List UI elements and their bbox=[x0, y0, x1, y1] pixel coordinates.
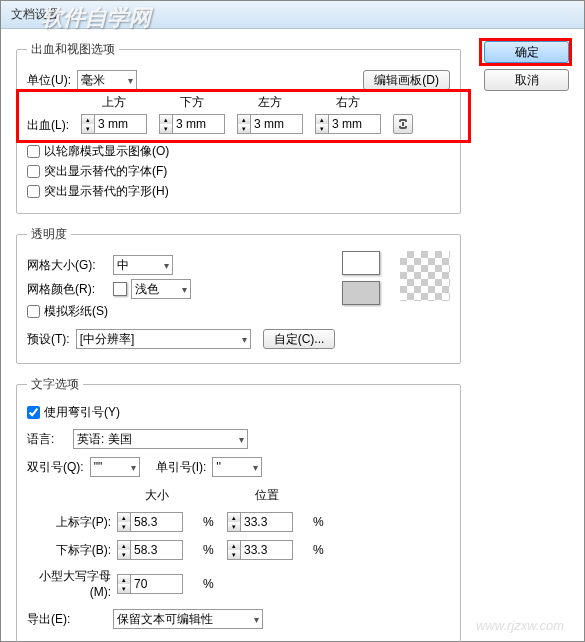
grid-color-combo[interactable]: 浅色 bbox=[131, 279, 191, 299]
preset-combo[interactable]: [中分辨率] bbox=[76, 329, 251, 349]
transparency-preview bbox=[400, 251, 450, 301]
smallcaps-label: 小型大写字母(M): bbox=[27, 568, 117, 599]
language-combo[interactable]: 英语: 美国 bbox=[73, 429, 248, 449]
outline-mode-label: 以轮廓模式显示图像(O) bbox=[44, 143, 169, 160]
position-header: 位置 bbox=[227, 487, 307, 504]
highlight-fonts-checkbox[interactable] bbox=[27, 165, 40, 178]
swatch-dark bbox=[342, 281, 380, 305]
dquote-label: 双引号(Q): bbox=[27, 459, 84, 476]
highlight-fonts-label: 突出显示替代的字体(F) bbox=[44, 163, 167, 180]
smallcaps-spinner[interactable]: ▴▾ bbox=[117, 574, 130, 594]
transparency-legend: 透明度 bbox=[27, 226, 71, 243]
grid-size-label: 网格大小(G): bbox=[27, 257, 107, 274]
squote-combo[interactable]: '' bbox=[212, 457, 262, 477]
squote-label: 单引号(I): bbox=[156, 459, 207, 476]
superscript-label: 上标字(P): bbox=[27, 514, 117, 531]
grid-color-swatch-icon bbox=[113, 282, 127, 296]
grid-color-label: 网格颜色(R): bbox=[27, 281, 107, 298]
smallcaps-input[interactable] bbox=[130, 574, 183, 594]
size-header: 大小 bbox=[117, 487, 197, 504]
swatch-light bbox=[342, 251, 380, 275]
superscript-size-input[interactable] bbox=[130, 512, 183, 532]
highlight-glyphs-checkbox[interactable] bbox=[27, 185, 40, 198]
export-label: 导出(E): bbox=[27, 611, 113, 628]
subscript-size-input[interactable] bbox=[130, 540, 183, 560]
outline-mode-checkbox[interactable] bbox=[27, 145, 40, 158]
superscript-pos-input[interactable] bbox=[240, 512, 293, 532]
language-label: 语言: bbox=[27, 431, 67, 448]
text-options-group: 文字选项 使用弯引号(Y) 语言: 英语: 美国 双引号(Q): "" 单引号(… bbox=[16, 376, 461, 642]
window-title: 文档设置 bbox=[11, 7, 59, 21]
simulate-paper-checkbox[interactable] bbox=[27, 305, 40, 318]
use-quotes-checkbox[interactable] bbox=[27, 406, 40, 419]
subscript-pos-input[interactable] bbox=[240, 540, 293, 560]
grid-size-combo[interactable]: 中 bbox=[113, 255, 173, 275]
bleed-legend: 出血和视图选项 bbox=[27, 41, 119, 58]
preset-label: 预设(T): bbox=[27, 331, 70, 348]
subscript-size-spinner[interactable]: ▴▾ bbox=[117, 540, 130, 560]
titlebar: 文档设置 软件自学网 bbox=[1, 1, 584, 29]
custom-preset-button[interactable]: 自定(C)... bbox=[263, 329, 336, 349]
highlight-glyphs-label: 突出显示替代的字形(H) bbox=[44, 183, 169, 200]
document-setup-dialog: 文档设置 软件自学网 确定 取消 出血和视图选项 单位(U): 毫米 编辑画板(… bbox=[0, 0, 585, 642]
edit-artboards-button[interactable]: 编辑画板(D) bbox=[363, 70, 450, 90]
use-quotes-label: 使用弯引号(Y) bbox=[44, 404, 120, 421]
simulate-paper-label: 模拟彩纸(S) bbox=[44, 303, 108, 320]
export-combo[interactable]: 保留文本可编辑性 bbox=[113, 609, 263, 629]
units-combo[interactable]: 毫米 bbox=[77, 70, 137, 90]
superscript-pos-spinner[interactable]: ▴▾ bbox=[227, 512, 240, 532]
subscript-label: 下标字(B): bbox=[27, 542, 117, 559]
units-label: 单位(U): bbox=[27, 72, 71, 89]
text-options-legend: 文字选项 bbox=[27, 376, 83, 393]
highlight-bleed bbox=[16, 89, 471, 143]
superscript-size-spinner[interactable]: ▴▾ bbox=[117, 512, 130, 532]
dquote-combo[interactable]: "" bbox=[90, 457, 140, 477]
cancel-button[interactable]: 取消 bbox=[484, 69, 569, 91]
subscript-pos-spinner[interactable]: ▴▾ bbox=[227, 540, 240, 560]
transparency-group: 透明度 网格大小(G): 中 网格颜色(R): 浅色 模拟彩纸(S) bbox=[16, 226, 461, 364]
highlight-ok bbox=[479, 38, 572, 66]
